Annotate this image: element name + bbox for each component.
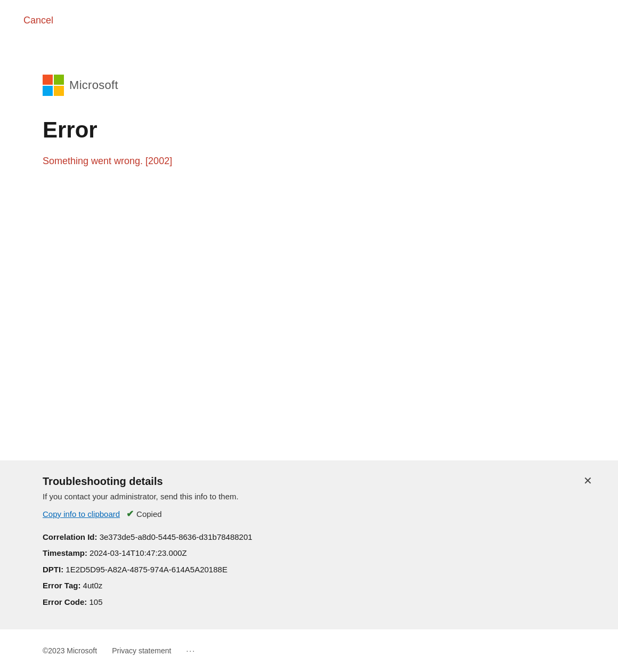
correlation-id-label: Correlation Id:	[43, 532, 97, 541]
logo-square-blue	[43, 86, 53, 96]
copy-clipboard-button[interactable]: Copy info to clipboard	[43, 509, 120, 519]
logo-square-red	[43, 75, 53, 85]
microsoft-logo-grid	[43, 75, 64, 96]
troubleshoot-description: If you contact your administrator, send …	[43, 492, 595, 501]
check-icon: ✔	[126, 508, 134, 520]
footer-copyright: ©2023 Microsoft	[43, 646, 97, 655]
troubleshoot-close-button[interactable]: ✕	[581, 473, 595, 488]
correlation-id-row: Correlation Id: 3e373de5-a8d0-5445-8636-…	[43, 531, 595, 544]
timestamp-row: Timestamp: 2024-03-14T10:47:23.000Z	[43, 547, 595, 560]
timestamp-label: Timestamp:	[43, 548, 87, 557]
microsoft-logo: Microsoft	[43, 75, 618, 96]
footer-more-button[interactable]: ···	[186, 646, 196, 655]
error-message: Something went wrong. [2002]	[43, 156, 618, 167]
error-code-row: Error Code: 105	[43, 596, 595, 609]
error-heading: Error	[43, 117, 618, 143]
copied-label: Copied	[136, 509, 162, 519]
logo-square-green	[54, 75, 64, 85]
error-code-value: 105	[90, 597, 103, 606]
timestamp-value: 2024-03-14T10:47:23.000Z	[90, 548, 187, 557]
error-tag-label: Error Tag:	[43, 581, 80, 590]
dpti-label: DPTI:	[43, 565, 63, 574]
main-content: Microsoft Error Something went wrong. [2…	[0, 0, 618, 167]
dpti-row: DPTI: 1E2D5D95-A82A-4875-974A-614A5A2018…	[43, 564, 595, 576]
logo-square-yellow	[54, 86, 64, 96]
troubleshoot-panel: ✕ Troubleshooting details If you contact…	[0, 460, 618, 630]
microsoft-name: Microsoft	[69, 78, 118, 92]
error-tag-value: 4ut0z	[83, 581, 103, 590]
copy-row: Copy info to clipboard ✔ Copied	[43, 508, 595, 520]
cancel-link[interactable]: Cancel	[23, 15, 53, 26]
troubleshoot-title: Troubleshooting details	[43, 475, 595, 488]
dpti-value: 1E2D5D95-A82A-4875-974A-614A5A20188E	[66, 565, 227, 574]
error-code-label: Error Code:	[43, 597, 87, 606]
copied-indicator: ✔ Copied	[126, 508, 162, 520]
privacy-statement-link[interactable]: Privacy statement	[112, 646, 171, 655]
correlation-id-value: 3e373de5-a8d0-5445-8636-d31b78488201	[100, 532, 253, 541]
footer: ©2023 Microsoft Privacy statement ···	[0, 629, 618, 672]
error-tag-row: Error Tag: 4ut0z	[43, 580, 595, 592]
